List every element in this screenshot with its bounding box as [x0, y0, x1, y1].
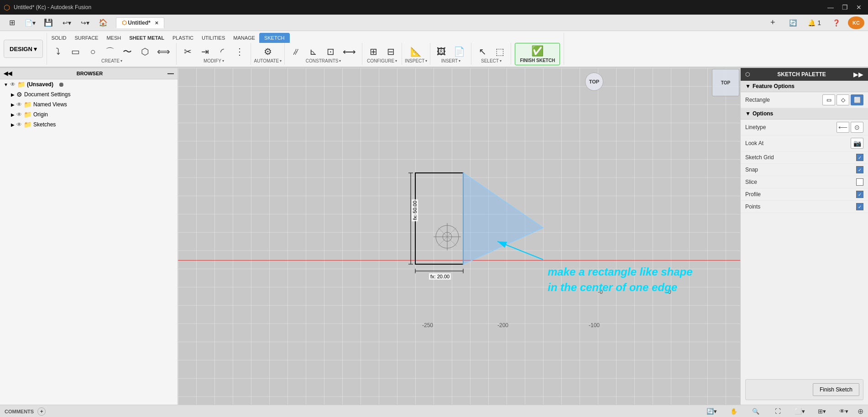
inspect-section: 📐 INSPECT ▾: [402, 43, 430, 65]
measure-tool[interactable]: 📐: [407, 45, 425, 58]
new-button[interactable]: 📄▾: [22, 18, 38, 28]
browser-item-root[interactable]: ▼ 👁 📁 (Unsaved) ⏺: [0, 79, 178, 89]
polygon-tool[interactable]: ⬡: [136, 45, 153, 58]
perp-constraint[interactable]: ⊾: [305, 45, 321, 58]
close-button[interactable]: ✕: [853, 3, 864, 12]
pan-status-btn[interactable]: ✋: [726, 406, 742, 417]
table-tool[interactable]: ⊟: [382, 45, 399, 58]
browser-item-namedviews[interactable]: ▶ 👁 📁 Named Views: [0, 99, 178, 109]
parameters-tool[interactable]: ⊞: [365, 45, 382, 58]
insert-dxf-tool[interactable]: 📄: [450, 45, 468, 58]
design-label: DESIGN ▾: [10, 46, 37, 52]
origin-eye[interactable]: 👁: [16, 111, 22, 118]
window-select[interactable]: ⬚: [492, 45, 508, 58]
view-cube-top[interactable]: TOP: [585, 73, 603, 91]
tab-sheetmetal[interactable]: SHEET METAL: [125, 33, 168, 43]
grid-display-btn[interactable]: ⊞▾: [814, 406, 830, 417]
browser-item-docsettings[interactable]: ▶ ⚙ Document Settings: [0, 89, 178, 99]
select-tool[interactable]: ↖: [474, 45, 491, 58]
add-comment-button[interactable]: +: [37, 407, 46, 416]
trim-tool[interactable]: ✂: [179, 45, 196, 58]
fillet-tool[interactable]: ◜: [214, 45, 230, 58]
redo-button[interactable]: ↪▾: [77, 18, 93, 28]
rectangle-tool[interactable]: ▭: [67, 45, 84, 58]
circle-tool[interactable]: ○: [84, 45, 101, 58]
arc-tool[interactable]: ⌒: [102, 45, 118, 58]
maximize-button[interactable]: ❐: [839, 3, 851, 12]
browser-collapse[interactable]: ◀◀: [4, 70, 12, 77]
sketch-grid-checkbox[interactable]: ✓: [856, 154, 863, 161]
mirror-tool[interactable]: ⟺: [154, 45, 173, 58]
snap-checkbox[interactable]: ✓: [856, 166, 863, 173]
namedviews-eye[interactable]: 👁: [16, 101, 22, 108]
rect-corner-btn[interactable]: ▭: [822, 94, 835, 105]
tab-utilities[interactable]: UTILITIES: [198, 33, 229, 43]
grid-button[interactable]: ⊞: [4, 17, 20, 28]
root-expand[interactable]: ▼: [4, 82, 8, 87]
linetype-btn2[interactable]: ⊙: [851, 122, 863, 133]
namedviews-expand[interactable]: ▶: [11, 102, 15, 107]
help-button[interactable]: ❓: [828, 17, 844, 29]
viewport[interactable]: -250 -200 -100 -0 -0: [178, 68, 740, 405]
feature-options-header[interactable]: ▼ Feature Options: [741, 81, 868, 92]
automate-section: ⚙ AUTOMATE ▾: [251, 43, 285, 65]
minimize-button[interactable]: —: [825, 3, 837, 12]
docsettings-expand[interactable]: ▶: [11, 92, 15, 97]
browser-options[interactable]: —: [167, 70, 174, 77]
configure-label: CONFIGURE: [367, 58, 394, 63]
palette-expand-button[interactable]: ▶▶: [853, 71, 863, 78]
zoom-fit-btn[interactable]: ⛶: [769, 406, 786, 417]
home-button[interactable]: 🏠: [95, 17, 111, 28]
root-record[interactable]: ⏺: [58, 81, 64, 88]
browser-item-sketches[interactable]: ▶ 👁 📁 Sketches: [0, 120, 178, 130]
insert-image-tool[interactable]: 🖼: [433, 45, 450, 58]
options-header[interactable]: ▼ Options: [741, 108, 868, 120]
tab-sketch[interactable]: SKETCH: [259, 33, 290, 43]
tab-close[interactable]: ✕: [155, 21, 158, 26]
statusbar: COMMENTS + 🔄▾ ✋ 🔍 ⛶ ⬜▾ ⊞▾ 👁▾ ⊕: [0, 405, 868, 417]
main-layout: ◀◀ BROWSER — ▼ 👁 📁 (Unsaved) ⏺ ▶ ⚙ Docum…: [0, 68, 868, 405]
break-tool[interactable]: ⋮: [231, 45, 248, 58]
finish-sketch-button[interactable]: Finish Sketch: [813, 383, 859, 396]
tab-plastic[interactable]: PLASTIC: [168, 33, 198, 43]
account-button[interactable]: KC: [848, 16, 864, 29]
add-tab-button[interactable]: +: [764, 16, 781, 30]
annotation-text: make a rectangle like shape in the cente…: [548, 264, 693, 295]
rect-center-btn[interactable]: ◇: [837, 94, 849, 105]
sketches-eye[interactable]: 👁: [16, 121, 22, 128]
rect-3point-btn[interactable]: ⬜: [851, 94, 863, 105]
browser-item-origin[interactable]: ▶ 👁 📁 Origin: [0, 109, 178, 120]
tab-manage[interactable]: MANAGE: [229, 33, 259, 43]
display-mode-btn[interactable]: ⬜▾: [791, 406, 808, 417]
line-tool[interactable]: ⤵: [50, 45, 66, 58]
spline-tool[interactable]: 〜: [119, 45, 136, 58]
linetype-btn1[interactable]: ⟵: [837, 122, 849, 133]
view-mode-btn[interactable]: 👁▾: [836, 406, 852, 417]
slice-checkbox[interactable]: [856, 178, 863, 186]
tab-solid[interactable]: SOLID: [47, 33, 70, 43]
parallel-constraint[interactable]: ⫽: [288, 45, 304, 58]
profile-checkbox[interactable]: ✓: [856, 191, 863, 198]
rotate-status-btn[interactable]: 🔄▾: [703, 406, 720, 417]
file-tab[interactable]: ⬡ Untitled* ✕: [116, 17, 164, 28]
design-mode-button[interactable]: DESIGN ▾: [4, 40, 43, 58]
points-checkbox[interactable]: ✓: [856, 203, 863, 210]
root-eye[interactable]: 👁: [10, 81, 16, 88]
sync-button[interactable]: 🔄: [784, 17, 801, 29]
notification-button[interactable]: 🔔 1: [805, 17, 824, 29]
coincident-constraint[interactable]: ⊡: [322, 45, 339, 58]
undo-button[interactable]: ↩▾: [58, 18, 75, 28]
automate-tool[interactable]: ⚙: [260, 45, 276, 58]
look-at-btn[interactable]: 📷: [851, 138, 863, 149]
toolbar-container: ⊞ 📄▾ 💾 ↩▾ ↪▾ 🏠 ⬡ Untitled* ✕ + 🔄 🔔 1 ❓ K…: [0, 15, 868, 68]
tab-mesh[interactable]: MESH: [102, 33, 125, 43]
finish-sketch-ribbon-button[interactable]: ✅ FINISH SKETCH: [515, 43, 560, 65]
offset-tool[interactable]: ⇥: [197, 45, 213, 58]
tab-surface[interactable]: SURFACE: [70, 33, 102, 43]
origin-expand[interactable]: ▶: [11, 112, 15, 117]
save-button[interactable]: 💾: [40, 17, 57, 28]
dimension-tool[interactable]: ⟷: [340, 45, 359, 58]
sketches-expand[interactable]: ▶: [11, 122, 15, 127]
root-label: (Unsaved): [27, 81, 53, 88]
zoom-status-btn[interactable]: 🔍: [748, 406, 764, 417]
